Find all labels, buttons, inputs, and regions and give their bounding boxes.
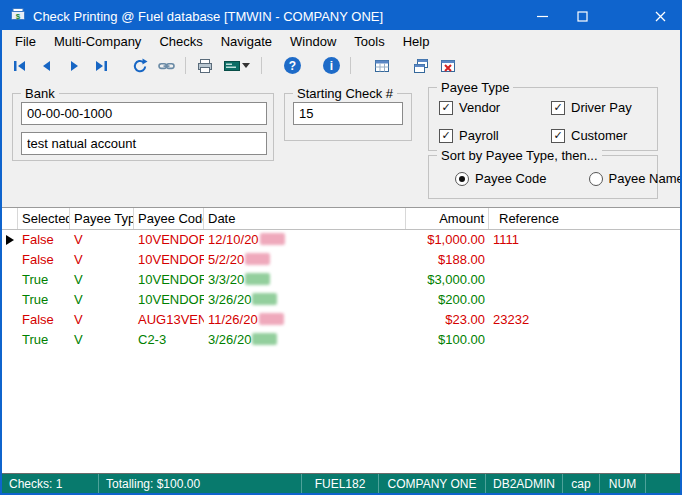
radio-unselected-icon	[589, 172, 603, 186]
header-payee-code[interactable]: Payee Code	[134, 208, 204, 229]
checkbox-payroll[interactable]: ✓ Payroll	[439, 128, 551, 143]
header-date[interactable]: Date	[204, 208, 406, 229]
dropdown-caret-icon	[242, 63, 250, 68]
cell-amount: $188.00	[406, 250, 489, 270]
app-icon: $	[10, 7, 26, 26]
cell-payee-type: V	[70, 290, 134, 310]
menu-window[interactable]: Window	[281, 32, 345, 51]
grid-header: Selected Payee Type Payee Code Date Amou…	[2, 208, 680, 230]
table-row[interactable]: FalseV10VENDOR12/10/20$1,000.001111	[2, 230, 680, 250]
refresh-button[interactable]	[127, 55, 152, 77]
form-area: Bank Starting Check # Payee Type ✓ Vendo…	[2, 79, 680, 207]
table-row[interactable]: TrueV10VENDOR3/26/20$200.00	[2, 290, 680, 310]
statusbar: Checks: 1 Totalling: $100.00 FUEL182 COM…	[2, 473, 680, 493]
minimize-icon	[537, 11, 548, 22]
close-window-button[interactable]	[435, 55, 460, 77]
status-totalling: Totalling: $100.00	[99, 474, 302, 493]
table-view-button[interactable]	[369, 55, 394, 77]
cell-payee-type: V	[70, 250, 134, 270]
checkbox-vendor[interactable]: ✓ Vendor	[439, 100, 551, 115]
maximize-button[interactable]	[562, 2, 602, 30]
refresh-icon	[132, 58, 148, 74]
cell-payee-code: C2-3	[134, 330, 204, 350]
close-button[interactable]	[640, 2, 680, 30]
cell-selected: True	[18, 330, 70, 350]
cell-selected: False	[18, 250, 70, 270]
cell-amount: $100.00	[406, 330, 489, 350]
menu-multi-company[interactable]: Multi-Company	[45, 32, 150, 51]
print-checks-dropdown-button[interactable]	[219, 55, 255, 77]
radio-label: Payee Name	[609, 171, 682, 186]
menu-help[interactable]: Help	[394, 32, 439, 51]
cell-reference	[489, 330, 680, 350]
table-row[interactable]: FalseV10VENDOR5/2/20$188.00	[2, 250, 680, 270]
radio-payee-code[interactable]: Payee Code	[455, 171, 547, 186]
bank-account-name-input[interactable]	[21, 132, 267, 155]
checks-grid: Selected Payee Type Payee Code Date Amou…	[2, 207, 680, 473]
cascade-windows-icon	[413, 58, 429, 74]
header-marker-column	[2, 208, 18, 229]
info-button[interactable]: i	[319, 55, 344, 77]
link-button[interactable]	[154, 55, 179, 77]
cascade-windows-button[interactable]	[408, 55, 433, 77]
cell-payee-type: V	[70, 270, 134, 290]
header-payee-type[interactable]: Payee Type	[70, 208, 134, 229]
menu-file[interactable]: File	[6, 32, 45, 51]
payee-type-groupbox: Payee Type ✓ Vendor ✓ Driver Pay ✓ Payro…	[428, 87, 658, 151]
info-icon: i	[323, 57, 340, 74]
menu-checks[interactable]: Checks	[150, 32, 211, 51]
table-row[interactable]: FalseVAUG13VEN11/26/20$23.0023232	[2, 310, 680, 330]
header-reference[interactable]: Reference	[489, 208, 680, 229]
first-record-button[interactable]	[7, 55, 32, 77]
next-record-icon	[66, 58, 82, 74]
current-row-marker	[2, 290, 18, 310]
cell-reference: 1111	[489, 230, 680, 250]
first-record-icon	[12, 58, 28, 74]
cell-amount: $3,000.00	[406, 270, 489, 290]
cell-reference	[489, 250, 680, 270]
radio-payee-name[interactable]: Payee Name	[589, 171, 682, 186]
cell-date: 3/26/20	[204, 330, 406, 350]
menu-tools[interactable]: Tools	[345, 32, 393, 51]
header-amount[interactable]: Amount	[406, 208, 489, 229]
cell-reference: 23232	[489, 310, 680, 330]
close-icon	[655, 11, 666, 22]
cell-payee-type: V	[70, 230, 134, 250]
status-caps: cap	[563, 474, 600, 493]
header-selected[interactable]: Selected	[18, 208, 70, 229]
cell-amount: $1,000.00	[406, 230, 489, 250]
checkbox-customer[interactable]: ✓ Customer	[551, 128, 657, 143]
last-record-button[interactable]	[88, 55, 113, 77]
print-button[interactable]	[192, 55, 217, 77]
current-row-marker	[2, 310, 18, 330]
cell-payee-code: 10VENDOR	[134, 290, 204, 310]
last-record-icon	[93, 58, 109, 74]
cell-date: 11/26/20	[204, 310, 406, 330]
cell-date: 5/2/20	[204, 250, 406, 270]
minimize-button[interactable]	[522, 2, 562, 30]
close-window-icon	[440, 58, 456, 74]
menu-navigate[interactable]: Navigate	[212, 32, 281, 51]
cell-amount: $23.00	[406, 310, 489, 330]
checkbox-label: Payroll	[459, 128, 499, 143]
cell-payee-code: 10VENDOR	[134, 270, 204, 290]
next-record-button[interactable]	[61, 55, 86, 77]
table-row[interactable]: TrueV10VENDOR3/3/20$3,000.00	[2, 270, 680, 290]
checkbox-driver-pay[interactable]: ✓ Driver Pay	[551, 100, 657, 115]
checkbox-checked-icon: ✓	[439, 101, 453, 115]
grid-body: FalseV10VENDOR12/10/20$1,000.001111False…	[2, 230, 680, 350]
current-row-marker	[2, 250, 18, 270]
radio-label: Payee Code	[475, 171, 547, 186]
caption-buttons	[522, 2, 680, 30]
bank-groupbox: Bank	[12, 93, 274, 161]
table-row[interactable]: TrueVC2-33/26/20$100.00	[2, 330, 680, 350]
status-filler	[646, 474, 676, 493]
previous-record-button[interactable]	[34, 55, 59, 77]
starting-check-groupbox: Starting Check #	[284, 93, 412, 141]
bank-account-number-input[interactable]	[21, 102, 267, 125]
help-button[interactable]: ?	[280, 55, 305, 77]
cell-date: 12/10/20	[204, 230, 406, 250]
bank-group-label: Bank	[21, 86, 59, 101]
help-icon: ?	[284, 57, 301, 74]
starting-check-input[interactable]	[293, 102, 403, 125]
